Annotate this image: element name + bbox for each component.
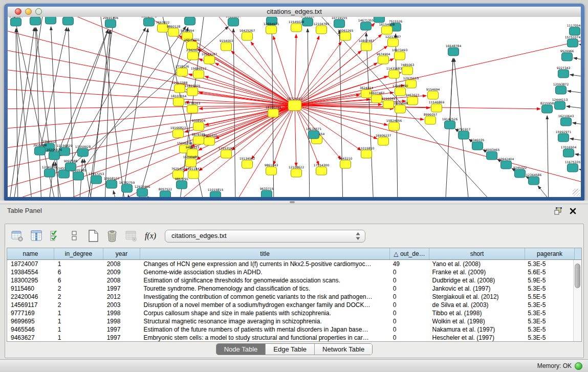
graph-node[interactable] [445, 121, 455, 129]
table-mode-button[interactable] [10, 229, 25, 243]
vertical-scrollbar[interactable] [573, 260, 581, 341]
graph-node[interactable] [378, 56, 389, 64]
graph-node[interactable] [35, 147, 46, 155]
graph-node[interactable] [558, 70, 569, 78]
graph-node[interactable] [558, 134, 569, 142]
graph-node[interactable] [407, 97, 418, 105]
graph-node[interactable] [568, 39, 578, 47]
graph-edge[interactable] [295, 95, 360, 105]
graph-node[interactable] [262, 190, 272, 197]
graph-node[interactable] [425, 116, 436, 124]
graph-edge[interactable] [567, 106, 581, 110]
column-header[interactable]: name [7, 248, 54, 259]
minimize-window-button[interactable] [25, 8, 32, 15]
graph-node[interactable] [173, 129, 184, 138]
function-builder-button[interactable]: f(x) [143, 231, 158, 240]
graph-edge[interactable] [113, 191, 118, 197]
table-row[interactable]: 1938455462009Genome-wide association stu… [7, 268, 574, 276]
graph-edge[interactable] [16, 29, 18, 197]
table-selector-dropdown[interactable]: citations_edges.txt [165, 230, 365, 243]
graph-edge[interactable] [570, 139, 581, 142]
graph-node[interactable] [204, 137, 215, 145]
graph-edge[interactable] [40, 28, 67, 151]
graph-node[interactable] [122, 184, 133, 192]
graph-node[interactable] [529, 177, 539, 185]
graph-node[interactable] [66, 163, 76, 171]
graph-node[interactable] [106, 180, 117, 188]
table-row[interactable]: 1456911722003Disruption of a novel membe… [7, 301, 574, 309]
graph-node[interactable] [515, 169, 526, 178]
resize-grip-icon[interactable] [573, 189, 580, 196]
table-row[interactable]: 977716911998Corpus callosum shape and si… [7, 309, 574, 317]
graph-node[interactable] [73, 172, 84, 180]
graph-node[interactable] [562, 53, 573, 61]
graph-edge[interactable] [570, 75, 581, 78]
graph-edge[interactable] [188, 74, 295, 105]
network-view[interactable]: 1463804240557241106532715276021206914061… [8, 17, 581, 197]
select-columns-checklist-button[interactable] [48, 229, 62, 243]
graph-edge[interactable] [71, 27, 228, 167]
column-header[interactable]: year [103, 248, 140, 259]
graph-node[interactable] [78, 148, 89, 157]
graph-node[interactable] [542, 105, 553, 113]
graph-node[interactable] [374, 17, 385, 23]
table-row[interactable]: 1872400712008Changes of HCN gene express… [7, 260, 574, 268]
graph-node[interactable] [402, 67, 413, 75]
graph-node[interactable] [361, 42, 372, 51]
graph-node[interactable] [472, 142, 483, 150]
column-header[interactable]: in_degree [54, 248, 103, 259]
graph-node[interactable] [291, 24, 302, 32]
title-bar[interactable]: citations_edges.txt [8, 7, 581, 17]
graph-node[interactable] [487, 151, 497, 160]
column-header[interactable]: short [429, 248, 525, 259]
splitter-handle-icon[interactable] [290, 201, 295, 203]
graph-node[interactable] [187, 105, 198, 113]
graph-node[interactable] [160, 191, 171, 197]
close-window-button[interactable] [15, 8, 21, 15]
graph-node[interactable] [561, 118, 572, 126]
graph-edge[interactable] [295, 105, 540, 109]
graph-node[interactable] [570, 27, 580, 35]
graph-node[interactable] [501, 161, 512, 169]
graph-node[interactable] [378, 137, 389, 145]
graph-node[interactable] [291, 169, 302, 177]
network-window[interactable]: citations_edges.txt 14638042405572411065… [4, 4, 584, 201]
graph-node[interactable] [186, 159, 197, 167]
graph-edge[interactable] [579, 169, 581, 173]
show-column-button[interactable] [29, 229, 43, 243]
graph-edge[interactable] [295, 105, 296, 166]
table-row[interactable]: 946362711997Embryonic stem cells: a mode… [7, 334, 574, 342]
graph-node[interactable] [316, 167, 327, 175]
graph-node[interactable] [389, 122, 400, 130]
graph-edge[interactable] [450, 58, 453, 125]
graph-node[interactable] [46, 17, 56, 24]
graph-node[interactable] [340, 32, 351, 40]
graph-node[interactable] [221, 42, 232, 51]
graph-node[interactable] [105, 19, 116, 28]
graph-node[interactable] [30, 17, 41, 25]
graph-node[interactable] [395, 87, 406, 96]
graph-node[interactable] [389, 70, 400, 78]
graph-node[interactable] [175, 84, 185, 93]
graph-node[interactable] [188, 170, 199, 179]
memory-status-indicator[interactable] [575, 362, 582, 370]
column-header[interactable]: title [140, 248, 390, 259]
graph-node[interactable] [204, 56, 215, 64]
graph-edge[interactable] [87, 17, 115, 197]
graph-node[interactable] [361, 22, 372, 30]
graph-node[interactable] [555, 101, 565, 110]
graph-node[interactable] [144, 18, 155, 26]
graph-node[interactable] [288, 100, 301, 111]
new-column-button[interactable] [86, 229, 100, 243]
graph-node[interactable] [193, 70, 204, 78]
zoom-window-button[interactable] [35, 8, 42, 15]
float-panel-button[interactable] [554, 207, 562, 215]
graph-edge[interactable] [547, 116, 549, 197]
tab-node-table[interactable]: Node Table [216, 344, 266, 355]
column-header[interactable]: pagerank [525, 248, 575, 259]
graph-edge[interactable] [8, 105, 295, 109]
tab-network-table[interactable]: Network Table [315, 344, 372, 355]
graph-edge[interactable] [575, 154, 581, 158]
graph-node[interactable] [563, 149, 574, 157]
graph-edge[interactable] [538, 186, 555, 197]
